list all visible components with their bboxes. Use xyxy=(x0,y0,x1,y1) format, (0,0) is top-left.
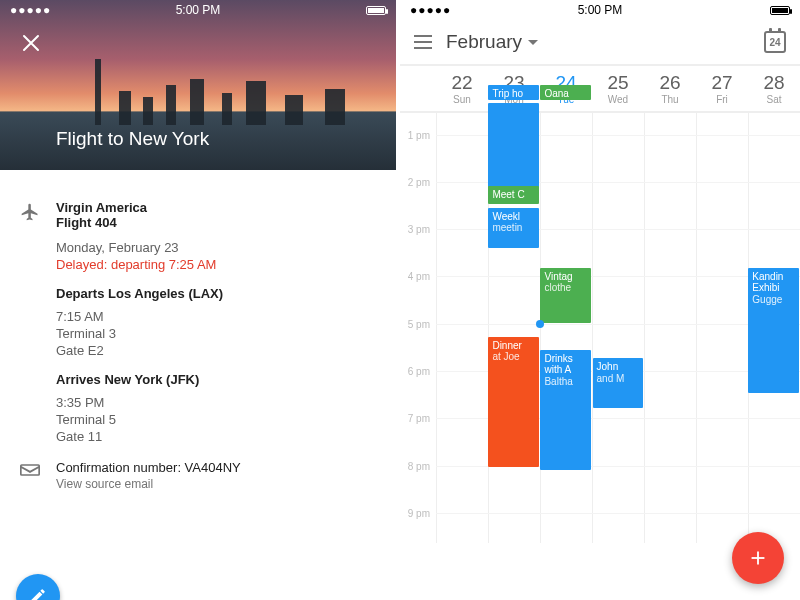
depart-gate: Gate E2 xyxy=(56,343,376,358)
hour-label: 4 pm xyxy=(408,271,430,282)
day-col-thu[interactable]: 26Thu xyxy=(644,66,696,111)
hour-label: 7 pm xyxy=(408,413,430,424)
plus-icon xyxy=(747,547,769,569)
status-time: 5:00 PM xyxy=(578,3,623,17)
confirmation-number: Confirmation number: VA404NY xyxy=(56,460,376,475)
event-meet[interactable]: Meet C xyxy=(488,186,539,204)
day-col-sun[interactable]: 22Sun xyxy=(436,66,488,111)
close-button[interactable] xyxy=(18,30,44,56)
battery-icon xyxy=(366,6,386,15)
flight-date: Monday, February 23 xyxy=(56,240,376,255)
event-details: Virgin America Flight 404 Monday, Februa… xyxy=(0,170,396,517)
event-drinks[interactable]: Drinkswith ABaltha xyxy=(540,350,591,470)
hour-labels: 1 pm 2 pm 3 pm 4 pm 5 pm 6 pm 7 pm 8 pm … xyxy=(400,113,436,543)
hour-label: 5 pm xyxy=(408,318,430,329)
event-hero: ●●●●● 5:00 PM Flight to New York xyxy=(0,0,396,170)
event-kandinsky[interactable]: KandinExhibiGugge xyxy=(748,268,799,393)
email-icon xyxy=(20,460,56,491)
hour-label: 1 pm xyxy=(408,129,430,140)
depart-time: 7:15 AM xyxy=(56,309,376,324)
event-detail-pane: ●●●●● 5:00 PM Flight to New York xyxy=(0,0,400,600)
calendar-grid[interactable]: 1 pm 2 pm 3 pm 4 pm 5 pm 6 pm 7 pm 8 pm … xyxy=(400,113,800,543)
view-source-email-link[interactable]: View source email xyxy=(56,477,376,491)
calendar-pane: ●●●●● 5:00 PM February 24 22Sun 23Mon 24… xyxy=(400,0,800,600)
now-indicator xyxy=(536,320,544,328)
event-dinner[interactable]: Dinnerat Joe xyxy=(488,337,539,467)
arrive-terminal: Terminal 5 xyxy=(56,412,376,427)
today-date: 24 xyxy=(769,37,780,48)
day-col-wed[interactable]: 25Wed xyxy=(592,66,644,111)
hour-label: 2 pm xyxy=(408,176,430,187)
airplane-icon xyxy=(20,200,56,444)
signal-dots: ●●●●● xyxy=(10,3,51,17)
status-time: 5:00 PM xyxy=(176,3,221,17)
chevron-down-icon xyxy=(528,40,538,45)
month-picker[interactable]: February xyxy=(446,31,538,53)
day-headers: 22Sun 23Mon 24Tue 25Wed 26Thu 27Fri 28Sa… xyxy=(400,66,800,113)
hour-label: 3 pm xyxy=(408,224,430,235)
hour-label: 6 pm xyxy=(408,366,430,377)
event-weekly[interactable]: Weeklmeetin xyxy=(488,208,539,248)
event-vintage[interactable]: Vintagclothe xyxy=(540,268,591,323)
arrive-gate: Gate 11 xyxy=(56,429,376,444)
calendar-header: February 24 xyxy=(400,20,800,64)
add-event-button[interactable] xyxy=(732,532,784,584)
departs-heading: Departs Los Angeles (LAX) xyxy=(56,286,376,301)
hour-label: 8 pm xyxy=(408,460,430,471)
event-john[interactable]: Johnand M xyxy=(593,358,644,408)
day-col-fri[interactable]: 27Fri xyxy=(696,66,748,111)
today-button[interactable]: 24 xyxy=(764,31,786,53)
arrives-heading: Arrives New York (JFK) xyxy=(56,372,376,387)
edit-button[interactable] xyxy=(16,574,60,600)
depart-terminal: Terminal 3 xyxy=(56,326,376,341)
battery-icon xyxy=(770,6,790,15)
pencil-icon xyxy=(29,587,47,600)
month-label: February xyxy=(446,31,522,53)
event-mon-block[interactable] xyxy=(488,103,539,188)
hour-label: 9 pm xyxy=(408,507,430,518)
event-grid: Trip ho Oana Meet C Weeklmeetin Dinnerat… xyxy=(436,113,800,543)
status-bar: ●●●●● 5:00 PM xyxy=(0,0,396,20)
day-col-sat[interactable]: 28Sat xyxy=(748,66,800,111)
signal-dots: ●●●●● xyxy=(410,3,451,17)
skyline-illustration xyxy=(0,65,396,125)
arrive-time: 3:35 PM xyxy=(56,395,376,410)
airline-name: Virgin America xyxy=(56,200,376,215)
event-oana[interactable]: Oana xyxy=(540,85,591,100)
delay-alert: Delayed: departing 7:25 AM xyxy=(56,257,376,272)
event-title: Flight to New York xyxy=(56,128,209,150)
close-icon xyxy=(22,34,40,52)
event-trip[interactable]: Trip ho xyxy=(488,85,539,100)
menu-button[interactable] xyxy=(414,35,432,49)
status-bar: ●●●●● 5:00 PM xyxy=(400,0,800,20)
flight-number: Flight 404 xyxy=(56,215,376,230)
